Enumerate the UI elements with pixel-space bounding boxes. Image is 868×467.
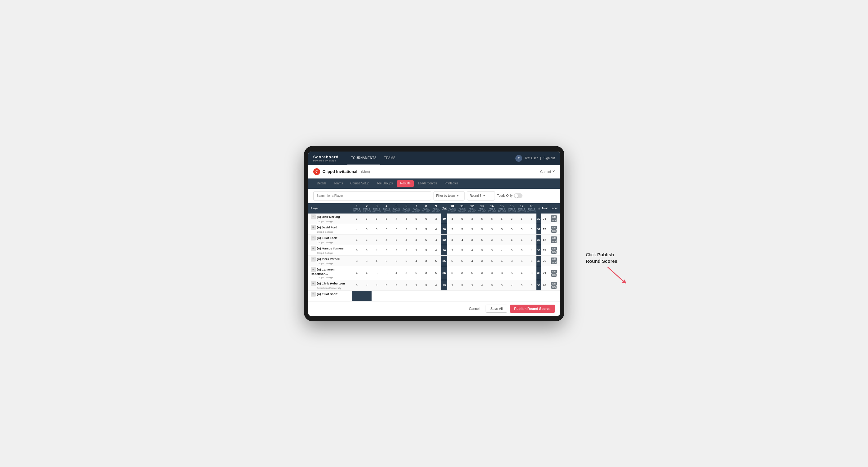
hole-8-score[interactable]: 3 bbox=[421, 266, 431, 280]
hole-16-score[interactable]: 3 bbox=[507, 224, 517, 234]
hole-3-score[interactable]: 5 bbox=[372, 266, 381, 280]
hole-18-score[interactable]: 3 bbox=[527, 280, 536, 290]
hole-3-score[interactable]: 3 bbox=[372, 234, 381, 245]
hole-11-score[interactable]: 4 bbox=[457, 234, 467, 245]
hole-2-score[interactable]: 4 bbox=[362, 266, 372, 280]
hole-6-score[interactable]: 5 bbox=[401, 224, 411, 234]
hole-6-score[interactable]: 4 bbox=[401, 280, 411, 290]
hole-15-score[interactable]: 4 bbox=[497, 255, 507, 266]
hole-11-score[interactable]: 5 bbox=[457, 255, 467, 266]
hole-13-score[interactable]: 4 bbox=[477, 280, 487, 290]
hole-12-score[interactable]: 4 bbox=[467, 255, 477, 266]
hole-5-score[interactable]: 4 bbox=[392, 266, 401, 280]
hole-17-score[interactable]: 5 bbox=[517, 245, 527, 255]
cancel-tournament-button[interactable]: Cancel ✕ bbox=[540, 169, 555, 174]
hole-9-score[interactable]: 3 bbox=[431, 214, 441, 224]
sign-out-link[interactable]: Sign out bbox=[544, 156, 555, 160]
hole-4-score[interactable]: 5 bbox=[381, 214, 392, 224]
hole-14-score[interactable]: 3 bbox=[487, 224, 497, 234]
hole-1-score[interactable]: 3 bbox=[352, 214, 362, 224]
hole-2-score[interactable]: 3 bbox=[362, 245, 372, 255]
hole-10-score[interactable]: 3 bbox=[447, 245, 457, 255]
hole-10-score[interactable]: 3 bbox=[447, 280, 457, 290]
hole-6-score[interactable]: 3 bbox=[401, 214, 411, 224]
hole-6-score[interactable]: 3 bbox=[401, 266, 411, 280]
hole-10-score[interactable]: 5 bbox=[447, 255, 457, 266]
hole-18-score[interactable]: 3 bbox=[527, 214, 536, 224]
hole-6-score[interactable]: 5 bbox=[401, 255, 411, 266]
hole-14-score[interactable]: 3 bbox=[487, 234, 497, 245]
hole-5-score[interactable]: 3 bbox=[392, 255, 401, 266]
hole-10-score[interactable]: 3 bbox=[447, 234, 457, 245]
subnav-course-setup[interactable]: Course Setup bbox=[347, 179, 373, 189]
hole-2-score[interactable]: 3 bbox=[362, 255, 372, 266]
hole-12-score[interactable]: 5 bbox=[467, 266, 477, 280]
wd-badge[interactable]: WD bbox=[551, 237, 557, 240]
hole-9-score[interactable]: 4 bbox=[431, 224, 441, 234]
hole-3-score[interactable]: 4 bbox=[372, 255, 381, 266]
hole-7-score[interactable]: 3 bbox=[411, 234, 421, 245]
subnav-results[interactable]: Results bbox=[397, 180, 413, 187]
hole-17-score[interactable]: 3 bbox=[517, 280, 527, 290]
dq-badge[interactable]: DQ bbox=[551, 250, 557, 254]
hole-15-score[interactable]: 4 bbox=[497, 245, 507, 255]
wd-badge[interactable]: WD bbox=[551, 282, 557, 285]
hole-12-score[interactable]: 3 bbox=[467, 234, 477, 245]
hole-16-score[interactable]: 6 bbox=[507, 234, 517, 245]
dq-badge[interactable]: DQ bbox=[551, 229, 557, 233]
hole-12-score[interactable]: 3 bbox=[467, 214, 477, 224]
hole-14-score[interactable]: 5 bbox=[487, 280, 497, 290]
hole-17-score[interactable]: 5 bbox=[517, 255, 527, 266]
hole-12-score[interactable]: 3 bbox=[467, 224, 477, 234]
hole-11-score[interactable]: 3 bbox=[457, 266, 467, 280]
hole-4-score[interactable]: 3 bbox=[381, 224, 392, 234]
hole-5-score[interactable]: 4 bbox=[392, 214, 401, 224]
hole-13-score[interactable]: 5 bbox=[477, 245, 487, 255]
hole-7-score[interactable]: 3 bbox=[411, 245, 421, 255]
dq-badge[interactable]: DQ bbox=[551, 261, 557, 264]
hole-18-score[interactable]: 5 bbox=[527, 224, 536, 234]
hole-18-score[interactable]: 3 bbox=[527, 266, 536, 280]
hole-2-score[interactable]: 3 bbox=[362, 234, 372, 245]
dq-badge[interactable]: DQ bbox=[551, 285, 557, 289]
dq-badge[interactable]: DQ bbox=[551, 240, 557, 243]
hole-14-score[interactable]: 3 bbox=[487, 266, 497, 280]
subnav-teams[interactable]: Teams bbox=[330, 179, 346, 189]
hole-13-score[interactable]: 5 bbox=[477, 234, 487, 245]
hole-3-score[interactable]: 3 bbox=[372, 224, 381, 234]
hole-1-score[interactable]: 5 bbox=[352, 234, 362, 245]
hole-5-score[interactable]: 3 bbox=[392, 234, 401, 245]
hole-6-score[interactable]: 4 bbox=[401, 245, 411, 255]
hole-16-score[interactable]: 3 bbox=[507, 214, 517, 224]
subnav-leaderboards[interactable]: Leaderboards bbox=[414, 179, 441, 189]
hole-1-score[interactable]: 5 bbox=[352, 245, 362, 255]
wd-badge[interactable]: WD bbox=[551, 215, 557, 219]
hole-2-score[interactable]: 3 bbox=[362, 214, 372, 224]
hole-7-score[interactable]: 3 bbox=[411, 224, 421, 234]
nav-tournaments[interactable]: TOURNAMENTS bbox=[347, 152, 380, 165]
hole-7-score[interactable]: 5 bbox=[411, 266, 421, 280]
hole-15-score[interactable]: 3 bbox=[497, 266, 507, 280]
hole-13-score[interactable]: 5 bbox=[477, 214, 487, 224]
dq-badge[interactable]: DQ bbox=[551, 219, 557, 222]
hole-8-score[interactable]: 3 bbox=[421, 255, 431, 266]
hole-1-score[interactable]: 3 bbox=[352, 280, 362, 290]
hole-12-score[interactable]: 4 bbox=[467, 245, 477, 255]
hole-9-score[interactable]: 4 bbox=[431, 245, 441, 255]
wd-badge[interactable]: WD bbox=[551, 270, 557, 273]
subnav-printables[interactable]: Printables bbox=[441, 179, 462, 189]
hole-7-score[interactable]: 3 bbox=[411, 280, 421, 290]
nav-teams[interactable]: TEAMS bbox=[380, 152, 399, 165]
wd-badge[interactable]: WD bbox=[551, 257, 557, 261]
hole-13-score[interactable]: 3 bbox=[477, 255, 487, 266]
hole-17-score[interactable]: 5 bbox=[517, 224, 527, 234]
save-all-button[interactable]: Save All bbox=[486, 305, 507, 313]
hole-4-score[interactable]: 5 bbox=[381, 280, 392, 290]
hole-8-score[interactable]: 5 bbox=[421, 280, 431, 290]
toggle-switch[interactable] bbox=[514, 193, 523, 198]
hole-1-score[interactable]: 3 bbox=[352, 255, 362, 266]
hole-3-score[interactable]: 4 bbox=[372, 245, 381, 255]
hole-1-score[interactable]: 4 bbox=[352, 266, 362, 280]
hole-16-score[interactable]: 5 bbox=[507, 266, 517, 280]
hole-18-score[interactable]: 3 bbox=[527, 234, 536, 245]
